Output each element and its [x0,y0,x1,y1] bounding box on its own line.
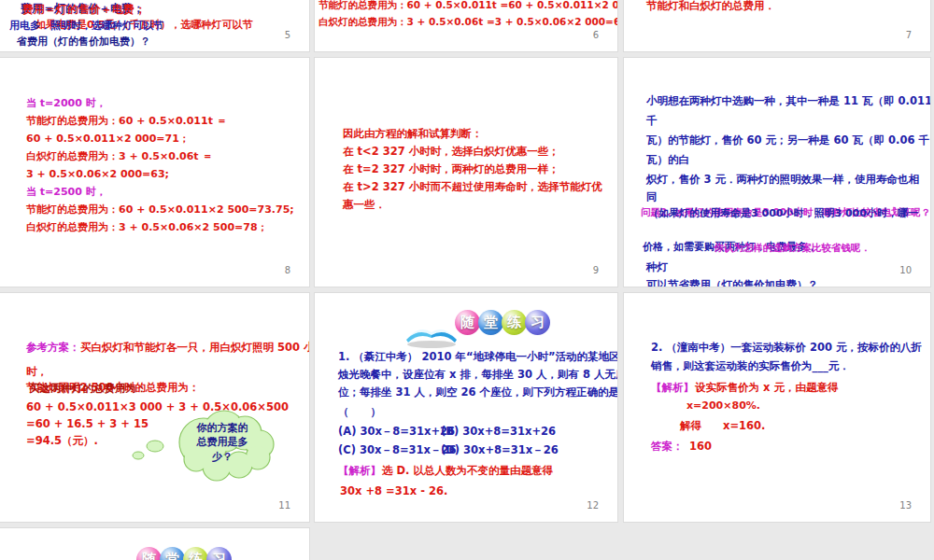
slide-thumbnail-11[interactable]: 参考方案：买白炽灯和节能灯各一只，用白炽灯照明 500 小时，节能灯照明2 50… [0,293,309,522]
slide-number: 8 [285,265,290,275]
slide-thumbnail-6[interactable]: 节能灯的总费用为：60 + 0.5×0.011t =60 + 0.5×0.011… [315,0,617,51]
slide-text-line: 60 + 0.5×0.011×2 000=71； [26,133,190,145]
logo-ball: 习 [525,310,550,335]
slide-number: 13 [899,500,912,511]
slide-text-line: 用电多．照明时，选哪种灯可以节 [9,21,163,32]
slide-text-line: (D) 30x+8=31x－26 [441,444,559,456]
slide-text-line: x=200×80%. [686,400,760,412]
slide-text-line: 省费用（灯的售价加电费）？ [17,36,150,48]
slide-text-line: 白炽灯的总费用为：3 + 0.5×0.06t =3 + 0.5×0.06×2 0… [318,17,617,28]
slide-text-line: =94.5（元）. [26,435,98,447]
slide-number: 12 [587,500,599,511]
slide-text-line: 解得 x=160. [680,420,765,432]
logo-ball: 习 [206,547,232,560]
logo-ball: 练 [502,310,527,335]
slide-text-line: 当 t=2000 时， [26,98,106,109]
slide-text-line: 30x +8 =31x - 26. [340,485,447,497]
slide-text-line: 种灯 [646,261,668,273]
thought-bubble: 你的方案的总费用是多少？ [131,407,280,477]
logo-ball: 堂 [478,310,503,335]
logo-ball-char: 堂 [484,314,498,331]
slide-text-line: 1. （綦江中考） 2010 年“地球停电一小时”活动的某地区 [338,351,617,363]
slide-text-line: 2. （潼南中考）一套运动装标价 200 元，按标价的八折 [651,342,922,354]
slide-number: 7 [906,30,912,40]
slide-text-line: 买白炽灯和节能灯各一只，用白炽灯照明 500 小 [80,342,309,354]
logo-ball: 堂 [160,547,185,560]
slide-text-line: (C) 30x－8=31x－26 [338,444,456,456]
slide-text-line: 答案： [651,441,684,453]
logo-ball: 练 [183,547,208,560]
slide-text-line: 炽灯，售价 3 元．两种灯的照明效果一样，使用寿命也相 [646,174,919,186]
slide-text-line: 设实际售价为 x 元，由题意得 [695,382,838,394]
slide-text-line: 选 D. 以总人数为不变的量由题意得 [382,465,553,477]
logo-ball-char: 堂 [165,551,179,560]
slide-text-line: 同 [646,191,658,203]
logo-ball: 随 [136,547,162,560]
slide-thumbnail-12[interactable]: 1. （綦江中考） 2010 年“地球停电一小时”活动的某地区烛光晚餐中，设座位… [315,293,617,522]
logo-ball-char: 习 [531,314,545,331]
slide-text-line: 瓦）的白 [646,154,689,166]
slide-text-line: 白炽灯的总费用为：3 + 0.5×0.06t ＝ [26,151,212,162]
thought-bubble-line: 总费用是多 [197,435,248,449]
slide-text-line: （ ） [338,406,381,418]
logo-ball-char: 习 [212,551,226,560]
slide-text-line: （如果灯的使用寿命是3 000小时，照明3 000小时，哪一 [648,208,918,219]
slide-text-line: (A) 30x－8=31x+26 [338,426,455,438]
slide-text-line: 节能灯的总费用为：60 + 0.5×0.011t ＝ [26,116,227,127]
slide-thumbnail-8[interactable]: 当 t=2000 时，节能灯的总费用为：60 + 0.5×0.011t ＝60 … [0,58,309,287]
slide-text-line: 节能灯的总费用为：60 + 0.5×0.011t =60 + 0.5×0.011… [318,0,617,11]
slide-text-line: 可以节省费用（灯的售价加电费）？ [646,279,818,287]
slide-text-line: 【解析】 [338,465,381,477]
slide-number: 5 [285,30,290,40]
slide-text-line: (B) 30x+8=31x+26 [441,426,556,438]
slide-text-line: 瓦）的节能灯，售价 60 元；另一种是 60 瓦（即 0.06 千 [646,134,929,147]
slide-thumbnail-5[interactable]: 费用＝灯的售价＋电费；费用＝灯的售价＋电费；如果电费是0.5元/（千瓦时），选哪… [0,0,309,51]
slide-text-line: 位；每排坐 31 人，则空 26 个座位，则下列方程正确的是 [338,386,617,399]
logo-ball: 随 [455,310,480,335]
slide-thumbnail-9[interactable]: 因此由方程的解和试算判断：在 t<2 327 小时时，选择白炽灯优惠一些；在 t… [315,58,617,287]
slide-thumbnail-14[interactable]: 随堂练习 [0,528,309,560]
slide-text-line: 节能灯和白炽灯的总费用． [646,0,775,12]
slide-number: 11 [278,500,290,511]
slide-text-line: 惠一些． [343,199,386,211]
slide-text-line: 160 [689,441,712,453]
slide-text-line: 小明想在两种灯中选购一种，其中一种是 11 瓦（即 0.011 [646,95,930,107]
slide-text-line: 【解析】 [651,382,694,394]
slide-text-line: 3 + 0.5×0.06×2 000=63; [26,169,169,180]
slide-thumbnail-10[interactable]: 小明想在两种灯中选购一种，其中一种是 11 瓦（即 0.011千瓦）的节能灯，售… [624,58,930,287]
slide-text-line: 烛光晚餐中，设座位有 x 排，每排坐 30 人，则有 8 人无座 [338,369,617,381]
slide-text-line: 参考方案： [26,342,80,354]
logo-ball-char: 练 [189,551,203,560]
book-icon [86,553,140,560]
slide-thumbnail-7[interactable]: 节能灯和白炽灯的总费用．7 [624,0,930,51]
slide-text-line: 买这两种灯的总费用为： [29,383,148,395]
slide-text-line: 因此由方程的解和试算判断： [343,128,483,140]
slide-text-line: 时， [26,366,48,378]
slide-text-line: 千 [646,115,658,127]
slide-text-line: 节能灯的总费用为：60 + 0.5×0.011×2 500=73.75; [26,204,294,216]
slide-text-line: 在 t>2 327 小时而不超过使用寿命时，选择节能灯优 [343,181,602,193]
logo-ball-char: 随 [460,314,474,331]
slide-text-line: 费用＝灯的售价＋电费； [22,4,146,16]
slide-text-line: 你认为怎样的选购方案比较省钱呢． [714,243,870,254]
thought-bubble-text: 你的方案的总费用是多少？ [176,414,269,470]
logo-ball-char: 随 [142,551,156,560]
slide-number: 6 [593,30,599,40]
slide-text-line: 当 t=2500 时， [26,187,106,198]
thought-bubble-line: 少？ [212,450,233,464]
logo-ball-char: 练 [507,314,521,331]
slide-text-line: 白炽灯的总费用为：3 + 0.5×0.06×2 500=78； [26,222,268,233]
slide-text-line: 在 t<2 327 小时时，选择白炽灯优惠一些； [343,146,559,158]
book-icon [404,315,459,349]
slide-thumbnail-13[interactable]: 2. （潼南中考）一套运动装标价 200 元，按标价的八折销售，则这套运动装的实… [624,293,930,522]
slide-text-line: 在 t=2 327 小时时，两种灯的总费用一样； [343,163,559,175]
thought-bubble-line: 你的方案的 [197,421,248,435]
slide-sorter-view: 费用＝灯的售价＋电费；费用＝灯的售价＋电费；如果电费是0.5元/（千瓦时），选哪… [0,0,934,560]
slide-text-line: 销售，则这套运动装的实际售价为___元． [651,360,850,372]
slide-number: 9 [593,265,599,275]
slide-number: 10 [899,265,912,275]
